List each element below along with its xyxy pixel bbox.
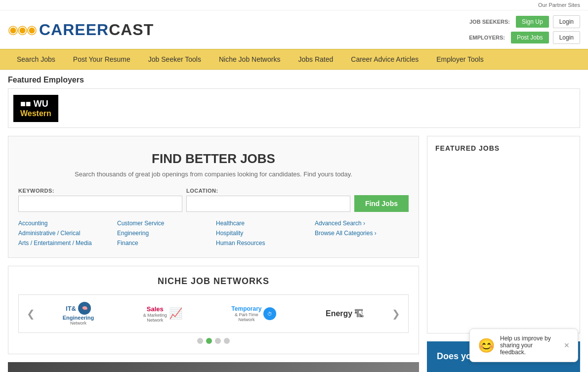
- carousel-prev-button[interactable]: ❮: [24, 308, 38, 320]
- main-nav: Search Jobs Post Your Resume Job Seeker …: [0, 49, 588, 70]
- feedback-text: Help us improve by sharing your feedback…: [500, 335, 559, 356]
- find-jobs-subtitle: Search thousands of great job openings f…: [18, 170, 409, 178]
- category-accounting[interactable]: Accounting: [18, 219, 112, 228]
- nav-employer-tools[interactable]: Employer Tools: [427, 49, 492, 69]
- category-admin-clerical[interactable]: Administrative / Clerical: [18, 229, 112, 238]
- carousel-dot-3[interactable]: [215, 338, 221, 344]
- category-human-resources[interactable]: Human Resources: [216, 239, 310, 248]
- wu-logo-bottom: Western: [20, 109, 51, 118]
- niche-logos-container: IT& 🧠 Engineering Network S: [38, 300, 389, 328]
- location-input[interactable]: [186, 196, 350, 212]
- energy-logo[interactable]: Energy 🏗: [324, 306, 366, 322]
- browse-all-categories-link[interactable]: Browse All Categories ›: [315, 229, 409, 238]
- logo-career: CAREER: [39, 21, 109, 39]
- carousel-dot-4[interactable]: [224, 338, 230, 344]
- energy-text: Energy: [326, 309, 352, 318]
- jobseeker-login-button[interactable]: Login: [553, 15, 580, 28]
- carousel-next-button[interactable]: ❯: [389, 308, 403, 320]
- location-field: LOCATION:: [186, 188, 350, 212]
- post-jobs-button[interactable]: Post Jobs: [511, 32, 549, 43]
- it-brain-icon: 🧠: [78, 302, 91, 315]
- nav-post-resume[interactable]: Post Your Resume: [64, 49, 139, 69]
- carousel-dot-2[interactable]: [206, 338, 212, 344]
- employer-login-button[interactable]: Login: [553, 31, 580, 44]
- nav-job-seeker-tools[interactable]: Job Seeker Tools: [139, 49, 210, 69]
- job-search-form: KEYWORDS: LOCATION: Find Jobs: [18, 188, 409, 212]
- keywords-label: KEYWORDS:: [18, 188, 182, 194]
- sales-sub: & Marketing: [143, 313, 167, 318]
- header-auth: JOB SEEKERS: Sign Up Login EMPLOYERS: Po…: [469, 15, 580, 44]
- energy-tower-icon: 🏗: [354, 308, 364, 320]
- sales-network: Network: [143, 318, 167, 323]
- find-jobs-box: FIND BETTER JOBS Search thousands of gre…: [8, 136, 419, 258]
- keywords-input[interactable]: [18, 196, 182, 212]
- carousel-dots: [18, 338, 409, 344]
- nav-career-advice[interactable]: Career Advice Articles: [342, 49, 427, 69]
- keywords-field: KEYWORDS:: [18, 188, 182, 212]
- feedback-widget: 😊 Help us improve by sharing your feedba…: [469, 329, 578, 362]
- temp-text: Temporary: [231, 305, 261, 312]
- niche-carousel: ❮ IT& 🧠 Engineering Network: [18, 294, 409, 333]
- it-network-label: Network: [70, 321, 86, 326]
- wu-western-logo[interactable]: ■■ WU Western: [13, 95, 58, 122]
- temp-clock-icon: ⏱: [263, 307, 276, 320]
- partner-sites-label: Our Partner Sites: [538, 2, 580, 8]
- category-hospitality[interactable]: Hospitality: [216, 229, 310, 238]
- find-jobs-title: FIND BETTER JOBS: [18, 151, 409, 166]
- wu-logo-top: ■■ WU: [20, 99, 48, 109]
- sales-marketing-logo[interactable]: Sales & Marketing Network 📈: [141, 303, 184, 325]
- featured-jobs-box: FEATURED JOBS: [427, 136, 580, 333]
- featured-employers-box: ■■ WU Western: [8, 88, 580, 128]
- logo-cast: CAST: [109, 21, 154, 39]
- it-logo-text: IT&: [66, 305, 76, 312]
- logo[interactable]: ◉◉◉ CAREERCAST: [8, 21, 154, 39]
- featured-jobs-title: FEATURED JOBS: [435, 144, 572, 152]
- featured-employers-title: Featured Employers: [8, 70, 580, 88]
- carousel-dot-1[interactable]: [197, 338, 203, 344]
- temp-sub: & Part-Time: [231, 312, 261, 317]
- category-customer-service[interactable]: Customer Service: [117, 219, 211, 228]
- location-label: LOCATION:: [186, 188, 350, 194]
- category-engineering[interactable]: Engineering: [117, 229, 211, 238]
- niche-job-networks-section: NICHE JOB NETWORKS ❮ IT& 🧠 Engineering: [8, 266, 419, 354]
- category-empty: [315, 239, 409, 248]
- nav-jobs-rated[interactable]: Jobs Rated: [289, 49, 342, 69]
- temporary-parttime-logo[interactable]: Temporary & Part-Time Network ⏱: [229, 303, 278, 324]
- feedback-close-button[interactable]: ✕: [564, 341, 570, 349]
- it-engineering-logo[interactable]: IT& 🧠 Engineering Network: [61, 300, 96, 328]
- sales-chart-icon: 📈: [169, 307, 182, 320]
- advanced-search-link[interactable]: Advanced Search ›: [315, 219, 409, 228]
- smiley-icon: 😊: [478, 337, 495, 354]
- employers-label: EMPLOYERS:: [469, 35, 505, 41]
- find-jobs-button[interactable]: Find Jobs: [354, 195, 409, 212]
- category-healthcare[interactable]: Healthcare: [216, 219, 310, 228]
- category-links: Accounting Customer Service Healthcare A…: [18, 219, 409, 248]
- nav-niche-job-networks[interactable]: Niche Job Networks: [210, 49, 290, 69]
- category-finance[interactable]: Finance: [117, 239, 211, 248]
- logo-waves: ◉◉◉: [8, 23, 36, 37]
- niche-networks-title: NICHE JOB NETWORKS: [18, 276, 409, 287]
- temp-network: Network: [231, 317, 261, 322]
- signup-button[interactable]: Sign Up: [516, 16, 549, 28]
- bottom-hero-image: [8, 362, 419, 372]
- category-arts-entertainment[interactable]: Arts / Entertainment / Media: [18, 239, 112, 248]
- job-seekers-label: JOB SEEKERS:: [469, 19, 510, 25]
- sales-text: Sales: [143, 305, 167, 313]
- nav-search-jobs[interactable]: Search Jobs: [8, 49, 64, 69]
- it-engineering-label: Engineering: [63, 315, 94, 321]
